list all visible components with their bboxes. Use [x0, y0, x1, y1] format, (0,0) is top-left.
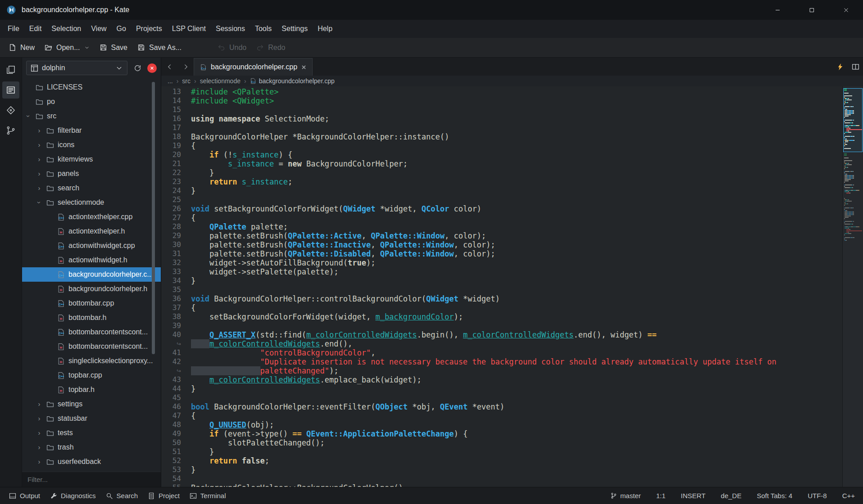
tab-nav-back-button[interactable] [161, 58, 177, 76]
menu-file[interactable]: File [3, 22, 24, 36]
close-tab-button[interactable] [301, 65, 306, 70]
code-line[interactable]: 24} [161, 186, 842, 195]
code-line[interactable]: 20 if (!s_instance) { [161, 150, 842, 159]
menu-settings[interactable]: Settings [277, 22, 313, 36]
tree-item-bottombar-cpp[interactable]: C++bottombar.cpp [22, 296, 161, 310]
code-line[interactable]: 46bool BackgroundColorHelper::eventFilte… [161, 402, 842, 411]
code-line[interactable]: 45 [161, 393, 842, 402]
tree-item-actiontexthelper-h[interactable]: Hactiontexthelper.h [22, 224, 161, 238]
code-line[interactable]: 23 return s_instance; [161, 177, 842, 186]
tree-item-bottombar-h[interactable]: Hbottombar.h [22, 310, 161, 325]
tree-item-selectionmode[interactable]: ›selectionmode [22, 195, 161, 210]
tree-item-icons[interactable]: ›icons [22, 138, 161, 152]
chevron-right-icon[interactable]: › [36, 444, 43, 451]
search-toggle-button[interactable]: Search [101, 489, 143, 502]
tab-backgroundcolorhelper-cpp[interactable]: C++backgroundcolorhelper.cpp [194, 58, 313, 76]
code-line[interactable]: 26void setBackgroundColorForWidget(QWidg… [161, 204, 842, 213]
tree-item-backgroundcolorhelper-h[interactable]: Hbackgroundcolorhelper.h [22, 282, 161, 296]
tree-item-licenses[interactable]: LICENSES [22, 80, 161, 94]
code-line[interactable]: 53} [161, 465, 842, 474]
status-soft-tabs-4[interactable]: Soft Tabs: 4 [757, 492, 792, 500]
menu-lsp-client[interactable]: LSP Client [167, 22, 211, 36]
filter-input[interactable] [22, 472, 161, 487]
minimap[interactable] [842, 86, 863, 487]
chevron-right-icon[interactable]: › [36, 141, 43, 148]
code-line[interactable]: 25 [161, 195, 842, 204]
tree-item-trash[interactable]: ›trash [22, 440, 161, 454]
chevron-right-icon[interactable]: › [36, 170, 43, 177]
tree-item-backgroundcolorhelper-c[interactable]: C++backgroundcolorhelper.c... [22, 267, 161, 282]
code-line[interactable]: ↪m_colorControlledWidgets.end(), [161, 339, 842, 348]
minimize-button[interactable] [760, 0, 795, 20]
tree-item-actiontexthelper-cpp[interactable]: C++actiontexthelper.cpp [22, 210, 161, 224]
save-button[interactable]: Save [95, 40, 132, 55]
code-line[interactable]: 34} [161, 276, 842, 285]
code-line[interactable]: 54 [161, 474, 842, 483]
status-c[interactable]: C++ [842, 492, 855, 500]
status-master[interactable]: master [610, 492, 641, 500]
code-line[interactable]: 17 [161, 123, 842, 132]
terminal-toggle-button[interactable]: Terminal [185, 489, 231, 502]
breadcrumb-item[interactable]: selectionmode [200, 77, 241, 85]
code-area[interactable]: 13#include <QPalette>14#include <QWidget… [161, 86, 842, 487]
code-line[interactable]: 30 palette.setBrush(QPalette::Inactive, … [161, 240, 842, 249]
tree-item-src[interactable]: ›src [22, 109, 161, 123]
sidebar-tool-lsp-client[interactable] [2, 102, 19, 119]
code-line[interactable]: 48 Q_UNUSED(obj); [161, 420, 842, 429]
code-line[interactable]: ↪paletteChanged"); [161, 366, 842, 375]
tree-item-topbar-h[interactable]: Htopbar.h [22, 382, 161, 397]
status-1-1[interactable]: 1:1 [656, 492, 666, 500]
menu-selection[interactable]: Selection [46, 22, 86, 36]
code-line[interactable]: 28 QPalette palette; [161, 222, 842, 231]
menu-help[interactable]: Help [313, 22, 337, 36]
menu-edit[interactable]: Edit [24, 22, 47, 36]
chevron-right-icon[interactable]: › [36, 429, 43, 436]
minimap-viewport[interactable] [843, 88, 863, 152]
tree-item-search[interactable]: ›search [22, 181, 161, 195]
code-line[interactable]: 19{ [161, 141, 842, 150]
chevron-right-icon[interactable]: › [36, 156, 43, 163]
tree-scrollbar[interactable] [152, 82, 155, 354]
split-view-button[interactable] [848, 58, 863, 76]
code-line[interactable]: 43 m_colorControlledWidgets.emplace_back… [161, 375, 842, 384]
chevron-right-icon[interactable]: › [36, 184, 43, 192]
chevron-right-icon[interactable]: › [36, 127, 43, 134]
chevron-down-icon[interactable]: › [25, 112, 32, 120]
code-line[interactable]: 32 widget->setAutoFillBackground(true); [161, 258, 842, 267]
chevron-right-icon[interactable]: › [36, 458, 43, 465]
code-line[interactable]: 55BackgroundColorHelper::BackgroundColor… [161, 483, 842, 487]
code-line[interactable]: 50 slotPaletteChanged(); [161, 438, 842, 447]
code-line[interactable]: 16using namespace SelectionMode; [161, 114, 842, 123]
tree-item-actionwithwidget-h[interactable]: Hactionwithwidget.h [22, 253, 161, 267]
tree-item-filterbar[interactable]: ›filterbar [22, 123, 161, 138]
code-line[interactable]: 42 "Duplicate insertion is not necessary… [161, 357, 842, 366]
tree-item-tests[interactable]: ›tests [22, 426, 161, 440]
menu-projects[interactable]: Projects [131, 22, 167, 36]
code-line[interactable]: 47{ [161, 411, 842, 420]
close-project-button[interactable] [147, 63, 157, 73]
code-line[interactable]: 49 if (event->type() == QEvent::Applicat… [161, 429, 842, 438]
project-selector[interactable]: dolphin [26, 61, 127, 75]
diagnostics-toggle-button[interactable]: Diagnostics [45, 489, 100, 502]
output-toggle-button[interactable]: Output [5, 489, 45, 502]
code-line[interactable]: 36void BackgroundColorHelper::controlBac… [161, 294, 842, 303]
code-line[interactable]: 31 palette.setBrush(QPalette::Disabled, … [161, 249, 842, 258]
close-button[interactable] [829, 0, 863, 20]
sidebar-tool-documents[interactable] [2, 61, 19, 78]
code-line[interactable]: 40 Q_ASSERT_X(std::find(m_colorControlle… [161, 330, 842, 339]
code-line[interactable]: 35 [161, 285, 842, 294]
status-de-de[interactable]: de_DE [721, 492, 741, 500]
chevron-down-icon[interactable]: › [36, 199, 43, 206]
tree-item-settings[interactable]: ›settings [22, 397, 161, 411]
tree-item-kitemviews[interactable]: ›kitemviews [22, 152, 161, 166]
tree-item-bottombarcontentscont[interactable]: C++bottombarcontentscont... [22, 325, 161, 339]
tree-item-userfeedback[interactable]: ›userfeedback [22, 454, 161, 469]
tree-item-panels[interactable]: ›panels [22, 166, 161, 181]
menu-go[interactable]: Go [112, 22, 131, 36]
tree-item-bottombarcontentscont[interactable]: Hbottombarcontentscont... [22, 339, 161, 354]
sidebar-tool-symbol-outline[interactable] [2, 122, 19, 139]
code-line[interactable]: 52 return false; [161, 456, 842, 465]
code-line[interactable]: 39 [161, 321, 842, 330]
chevron-right-icon[interactable]: › [36, 400, 43, 408]
code-line[interactable]: 15 [161, 105, 842, 114]
